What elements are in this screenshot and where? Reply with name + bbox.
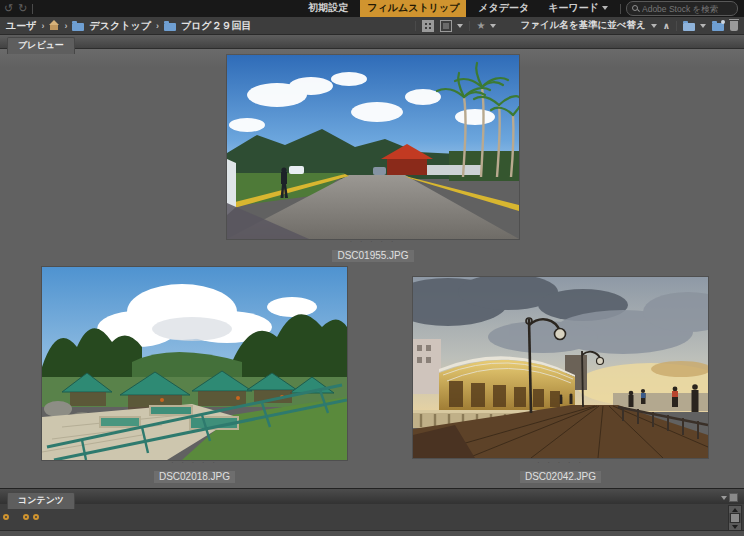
filmstrip-thumbnail-4[interactable] xyxy=(33,514,39,520)
filmstrip-thumbnail-3[interactable] xyxy=(23,514,29,520)
photo-illustration-park xyxy=(42,267,347,460)
preview-panel-header: プレビュー xyxy=(0,34,744,49)
rating-dots: · · · · · xyxy=(42,459,347,466)
folder-icon xyxy=(72,23,84,31)
filmstrip-thumbnail-5[interactable] xyxy=(43,514,49,520)
folder-icon xyxy=(164,23,176,31)
breadcrumb-separator: › xyxy=(156,21,159,31)
divider xyxy=(676,21,677,31)
photo-caption-1: · · · · · DSC01955.JPG xyxy=(227,238,519,262)
application-bar: ↺ ↻ 初期設定 フィルムストリップ メタデータ キーワード xyxy=(0,0,744,17)
divider xyxy=(415,21,416,31)
redo-icon[interactable]: ↻ xyxy=(18,0,27,17)
search-icon xyxy=(632,5,639,12)
caret-down-icon xyxy=(651,24,657,28)
new-folder-icon[interactable] xyxy=(712,23,724,31)
open-recent-button[interactable] xyxy=(683,21,706,31)
photo-caption-2: · · · · · DSC02018.JPG xyxy=(42,459,347,483)
filename-label-1[interactable]: DSC01955.JPG xyxy=(332,250,413,262)
breadcrumb-separator: › xyxy=(64,21,67,31)
tab-preview[interactable]: プレビュー xyxy=(7,37,75,54)
search-input[interactable] xyxy=(642,4,732,14)
scrollbar-thumb[interactable] xyxy=(730,513,740,523)
sort-label: ファイル名を基準に並べ替え xyxy=(520,19,645,32)
filmstrip xyxy=(0,503,744,531)
path-bar: ユーザ › › デスクトップ › ブログ２９回目 ★ ファイル名を基準に並べ替え xyxy=(0,17,744,35)
breadcrumb-desktop[interactable]: デスクトップ xyxy=(89,19,150,33)
filmstrip-scrollbar[interactable] xyxy=(728,505,742,531)
preview-photo-3[interactable] xyxy=(413,277,708,458)
sort-button[interactable]: ファイル名を基準に並べ替え xyxy=(520,19,656,32)
view-options-button[interactable] xyxy=(440,20,463,32)
window-bottom-edge xyxy=(0,530,744,536)
home-icon[interactable] xyxy=(49,21,59,30)
photo-caption-3: · · · · · DSC02042.JPG xyxy=(413,459,708,483)
workspace-tab-keywords[interactable]: キーワード xyxy=(541,0,615,18)
divider xyxy=(620,4,621,14)
trash-icon[interactable] xyxy=(730,21,738,31)
rating-dots: · · · · · xyxy=(413,459,708,466)
breadcrumb-separator: › xyxy=(41,21,44,31)
scroll-up-icon[interactable] xyxy=(729,506,741,513)
thumbnail-grid-icon[interactable] xyxy=(422,20,434,32)
preview-photo-1[interactable] xyxy=(227,55,519,239)
breadcrumb-root[interactable]: ユーザ xyxy=(6,19,36,33)
preview-photo-2[interactable] xyxy=(42,267,347,460)
divider xyxy=(32,4,33,14)
divider xyxy=(469,21,470,31)
tab-content[interactable]: コンテンツ xyxy=(7,492,75,509)
scroll-down-icon[interactable] xyxy=(729,523,741,530)
content-panel-header: コンテンツ xyxy=(0,488,744,504)
filmstrip-thumbnail-6[interactable] xyxy=(53,514,59,520)
rating-dots: · · · · · xyxy=(227,238,519,245)
caret-down-icon xyxy=(602,6,608,10)
caret-down-icon xyxy=(457,24,463,28)
rating-filter-button[interactable]: ★ xyxy=(476,21,496,31)
workspace-tab-filmstrip[interactable]: フィルムストリップ xyxy=(360,0,466,18)
adobe-stock-search[interactable] xyxy=(626,1,738,16)
panel-menu-icon[interactable] xyxy=(721,493,738,502)
caret-down-icon xyxy=(490,24,496,28)
workspace-tab-default[interactable]: 初期設定 xyxy=(301,0,355,18)
open-folder-icon xyxy=(683,23,695,31)
star-filter-icon: ★ xyxy=(476,21,485,31)
filmstrip-thumbnail-1[interactable] xyxy=(3,514,9,520)
filename-label-2[interactable]: DSC02018.JPG xyxy=(154,471,235,483)
undo-icon[interactable]: ↺ xyxy=(4,0,13,17)
filename-label-3[interactable]: DSC02042.JPG xyxy=(520,471,601,483)
caret-down-icon xyxy=(700,24,706,28)
bridge-window: ↺ ↻ 初期設定 フィルムストリップ メタデータ キーワード ユーザ › › デ… xyxy=(0,0,744,536)
detail-view-icon xyxy=(440,20,452,32)
workspace-tab-metadata[interactable]: メタデータ xyxy=(471,0,536,18)
sort-ascending-icon[interactable]: ∧ xyxy=(663,21,670,31)
photo-illustration-boardwalk xyxy=(413,277,708,458)
breadcrumb-current-folder[interactable]: ブログ２９回目 xyxy=(181,19,252,33)
filmstrip-thumbnail-2[interactable] xyxy=(13,514,19,520)
photo-illustration-street xyxy=(227,55,519,239)
